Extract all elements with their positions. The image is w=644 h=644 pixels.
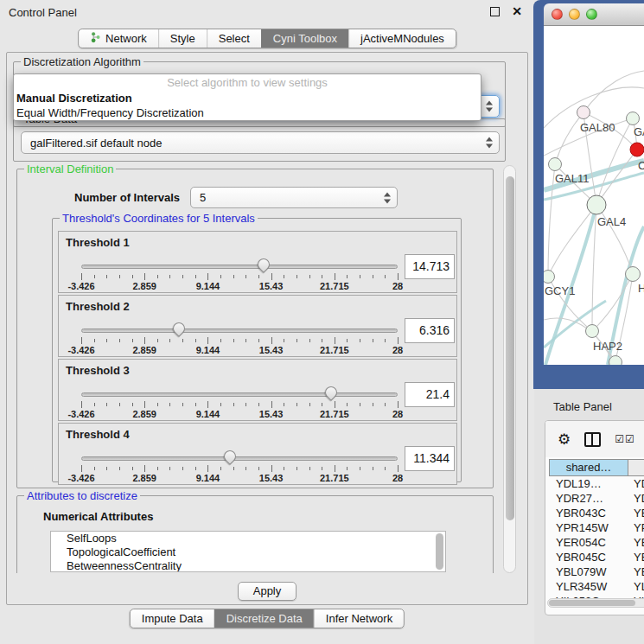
tick-mark [169, 403, 170, 406]
tick-label: 9.144 [196, 473, 220, 483]
table-row[interactable]: YBR043CYBR0 [549, 506, 644, 520]
float-window-icon[interactable] [490, 7, 500, 16]
threshold-4-value-field[interactable]: 11.344 [405, 446, 455, 471]
tick-label: 28 [392, 345, 403, 355]
table-row[interactable]: YER054CYER0 [549, 535, 644, 550]
tab-discretize-data[interactable]: Discretize Data [214, 609, 314, 628]
cell-name[interactable]: YLR3 [628, 579, 644, 594]
table-horizontal-scrollbar[interactable] [547, 598, 644, 608]
tick-mark [385, 339, 386, 342]
tick-mark [119, 275, 120, 278]
threshold-row-1: Threshold 1 -3.4262.8599.14415.4321.7152… [58, 231, 457, 293]
tab-jactivemnodules[interactable]: jActiveMNodules [348, 29, 456, 48]
control-panel-window: Control Panel ✕ Network Style Select Cyn… [0, 0, 534, 644]
tab-impute-data[interactable]: Impute Data [131, 609, 214, 628]
tick-mark [322, 339, 322, 342]
tick-label: -3.426 [67, 473, 94, 483]
table-toolbar: ⚙ ☑☑ [545, 421, 644, 457]
network-canvas[interactable]: GAL80 GAL11 GAL4 GCY1 HAP2 GA C H [544, 26, 644, 365]
tab-cyni-toolbox[interactable]: Cyni Toolbox [261, 29, 348, 48]
cell-shared-name[interactable]: YBR043C [549, 506, 628, 520]
threshold-3-value-field[interactable]: 21.4 [405, 382, 455, 407]
threshold-1-label: Threshold 1 [66, 236, 130, 249]
tab-infer-network[interactable]: Infer Network [314, 609, 404, 628]
panel-scrollbar[interactable] [503, 165, 516, 573]
dropdown-option-equal-width[interactable]: Equal Width/Frequency Discretization [14, 105, 481, 120]
tick-mark [284, 339, 284, 342]
slider-track [81, 392, 398, 397]
tick-mark [94, 467, 95, 470]
tick-mark [245, 339, 246, 342]
tick-mark [233, 275, 234, 278]
tick-mark [347, 339, 348, 342]
table-row[interactable]: YDR27…YDR2 [549, 491, 644, 506]
cell-name[interactable]: YBL0 [628, 564, 644, 579]
cell-shared-name[interactable]: YER054C [549, 535, 628, 550]
slider-thumb[interactable] [221, 448, 239, 465]
list-scrollbar[interactable] [436, 533, 443, 570]
table-row[interactable]: YPR145WYPR1 [549, 520, 644, 535]
threshold-4-slider[interactable]: -3.4262.8599.14415.4321.71528 [81, 455, 398, 484]
threshold-2-value-field[interactable]: 6.316 [405, 318, 455, 343]
tick-label: 9.144 [196, 281, 220, 291]
threshold-1-slider[interactable]: -3.4262.8599.14415.4321.71528 [81, 263, 398, 292]
cell-name[interactable]: YER0 [628, 535, 644, 550]
select-checkboxes-icon[interactable]: ☑☑ [615, 433, 635, 445]
list-item[interactable]: TopologicalCoefficient [51, 545, 445, 559]
tab-network[interactable]: Network [79, 29, 158, 48]
gear-icon[interactable]: ⚙ [558, 432, 571, 447]
cell-shared-name[interactable]: YBR045C [549, 550, 628, 564]
dropdown-option-manual[interactable]: Manual Discretization [14, 91, 481, 105]
table-row[interactable]: YDL19…YDL1 [549, 476, 644, 491]
number-of-intervals-combobox[interactable]: 5 [190, 187, 398, 208]
tick-label: 21.715 [320, 345, 349, 355]
slider-thumb[interactable] [255, 256, 272, 273]
slider-thumb[interactable] [171, 320, 188, 337]
minimize-traffic-light-icon[interactable] [569, 9, 580, 20]
column-layout-icon[interactable] [584, 432, 601, 447]
cell-shared-name[interactable]: YDR27… [549, 491, 628, 506]
cell-shared-name[interactable]: YBL079W [549, 564, 628, 579]
zoom-traffic-light-icon[interactable] [586, 9, 597, 20]
scrollbar-thumb[interactable] [506, 176, 514, 520]
cell-name[interactable]: YDR2 [628, 491, 644, 506]
slider-thumb[interactable] [322, 384, 340, 401]
table-row[interactable]: YLR345WYLR3 [549, 579, 644, 594]
column-header-name[interactable]: na [628, 459, 644, 476]
tab-style[interactable]: Style [158, 29, 207, 48]
cell-name[interactable]: YPR1 [628, 520, 644, 535]
numerical-attributes-list[interactable]: SelfLoops TopologicalCoefficient Between… [50, 531, 446, 572]
scrollbar-thumb[interactable] [549, 600, 635, 606]
cell-shared-name[interactable]: YDL19… [549, 476, 628, 491]
table-row[interactable]: YBL079WYBL0 [549, 564, 644, 579]
tick-mark [119, 403, 120, 406]
threshold-2-slider[interactable]: -3.4262.8599.14415.4321.71528 [81, 327, 398, 356]
cell-name[interactable]: YBR0 [628, 550, 644, 564]
threshold-3-slider[interactable]: -3.4262.8599.14415.4321.71528 [81, 391, 398, 420]
list-item[interactable]: BetweennessCentrality [51, 559, 445, 572]
apply-button[interactable]: Apply [238, 582, 296, 601]
tick-label: -3.426 [67, 281, 94, 291]
tick-mark [94, 339, 95, 342]
tick-mark [258, 467, 259, 470]
tick-mark [132, 339, 133, 342]
table-data-group: Table Data galFiltered.sif default node [13, 118, 506, 162]
table-row[interactable]: YBR045CYBR0 [549, 550, 644, 564]
column-header-shared-name[interactable]: shared… [549, 459, 628, 476]
list-item[interactable]: SelfLoops [51, 532, 445, 545]
threshold-1-value-field[interactable]: 14.713 [405, 254, 455, 279]
tick-mark [132, 467, 133, 470]
tick-mark [271, 337, 272, 344]
cell-shared-name[interactable]: YPR145W [549, 520, 628, 535]
close-icon[interactable]: ✕ [512, 4, 522, 18]
cell-name[interactable]: YBR0 [628, 506, 644, 520]
tick-mark [169, 339, 170, 342]
cell-shared-name[interactable]: YLR345W [549, 579, 628, 594]
tab-select[interactable]: Select [207, 29, 261, 48]
close-traffic-light-icon[interactable] [552, 9, 563, 20]
cell-name[interactable]: YDL1 [628, 476, 644, 491]
table-data-combobox[interactable]: galFiltered.sif default node [21, 131, 500, 154]
tick-mark [258, 339, 259, 342]
tick-mark [132, 403, 133, 406]
node-label-partial-c: C [638, 159, 644, 172]
